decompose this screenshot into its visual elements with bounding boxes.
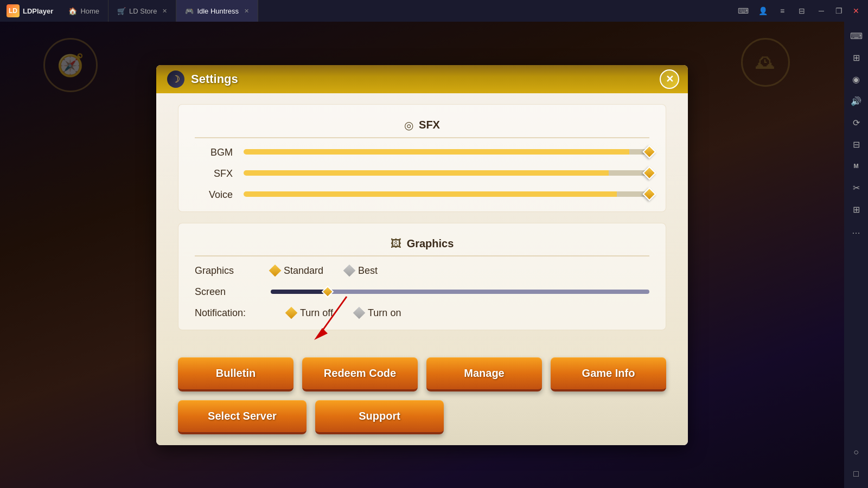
best-label: Best bbox=[358, 265, 378, 277]
sidebar-cut-icon[interactable]: ✂ bbox=[846, 178, 866, 197]
turn-on-label: Turn on bbox=[368, 307, 401, 319]
toolbar-btn-menu[interactable]: ≡ bbox=[775, 3, 790, 18]
settings-dialog: ☽ Settings ✕ ◎ SFX BGM bbox=[156, 65, 688, 445]
graphics-title: Graphics bbox=[407, 237, 454, 250]
bgm-thumb bbox=[642, 145, 656, 158]
bgm-track bbox=[244, 149, 649, 155]
redeem-code-button[interactable]: Redeem Code bbox=[302, 357, 418, 391]
graphics-options: Standard Best bbox=[271, 265, 649, 277]
sidebar-screenshot-icon[interactable]: ⊞ bbox=[846, 48, 866, 67]
right-sidebar: ⌨ ⊞ ◉ 🔊 ⟳ ⊟ M ✂ ⊞ … ○ □ bbox=[844, 22, 868, 488]
sfx-icon: ◎ bbox=[404, 119, 413, 132]
turnon-diamond bbox=[353, 307, 366, 319]
buttons-row-2: Select Server Support bbox=[178, 400, 666, 434]
notification-on-option[interactable]: Turn on bbox=[355, 307, 401, 319]
graphics-section: 🖼 Graphics Graphics Standard bbox=[178, 223, 666, 330]
tab-ldstore-close[interactable]: ✕ bbox=[162, 8, 167, 15]
svg-marker-1 bbox=[314, 328, 328, 340]
graphics-section-header: 🖼 Graphics bbox=[195, 232, 649, 256]
sfx-slider-row: SFX bbox=[195, 168, 649, 179]
notification-label: Notification: bbox=[195, 307, 276, 319]
graphics-icon: 🖼 bbox=[391, 237, 401, 250]
voice-label: Voice bbox=[195, 189, 233, 201]
buttons-row-1: Bulletin Redeem Code Manage Game Info bbox=[178, 357, 666, 391]
notification-off-option[interactable]: Turn off bbox=[287, 307, 333, 319]
tab-ldstore[interactable]: 🛒 LD Store ✕ bbox=[108, 0, 176, 22]
standard-diamond bbox=[269, 265, 282, 277]
sfx-slider[interactable] bbox=[244, 170, 649, 177]
minimize-button[interactable]: ─ bbox=[816, 5, 827, 16]
tab-ldstore-label: LD Store bbox=[129, 7, 157, 15]
quality-standard-option[interactable]: Standard bbox=[271, 265, 323, 277]
bgm-slider-row: BGM bbox=[195, 147, 649, 158]
idle-huntress-icon: 🎮 bbox=[185, 7, 194, 15]
ldstore-icon: 🛒 bbox=[117, 7, 126, 15]
sidebar-square-icon[interactable]: □ bbox=[846, 464, 866, 484]
tab-idle-huntress-label: Idle Huntress bbox=[197, 7, 239, 15]
notification-options: Turn off Turn on bbox=[287, 307, 649, 319]
app-logo: LD LDPlayer bbox=[0, 4, 60, 17]
voice-slider[interactable] bbox=[244, 191, 649, 198]
sidebar-volume-icon[interactable]: 🔊 bbox=[846, 91, 866, 111]
modal-overlay: ☽ Settings ✕ ◎ SFX BGM bbox=[0, 22, 844, 488]
sfx-title: SFX bbox=[419, 119, 440, 131]
bgm-label: BGM bbox=[195, 147, 233, 158]
quality-best-option[interactable]: Best bbox=[345, 265, 378, 277]
turn-off-label: Turn off bbox=[300, 307, 333, 319]
screen-slider-row: Screen bbox=[195, 286, 649, 298]
sidebar-multi-icon[interactable]: ⊞ bbox=[846, 200, 866, 219]
dialog-titlebar: ☽ Settings ✕ bbox=[156, 65, 688, 93]
sidebar-more-icon[interactable]: … bbox=[846, 221, 866, 241]
notification-row: Notification: Turn off Turn on bbox=[195, 307, 649, 319]
window-controls: ⌨ 👤 ≡ ⊟ ─ ❐ ✕ bbox=[729, 3, 868, 18]
turnoff-diamond bbox=[285, 307, 298, 319]
app-name: LDPlayer bbox=[23, 7, 53, 15]
spacer bbox=[452, 400, 666, 434]
sidebar-record-icon[interactable]: ◉ bbox=[846, 69, 866, 89]
titlebar: LD LDPlayer 🏠 Home 🛒 LD Store ✕ 🎮 Idle H… bbox=[0, 0, 868, 22]
red-arrow-annotation bbox=[282, 291, 390, 356]
voice-track bbox=[244, 191, 649, 197]
tab-home[interactable]: 🏠 Home bbox=[60, 0, 108, 22]
home-icon: 🏠 bbox=[68, 7, 77, 15]
dialog-content: ◎ SFX BGM SFX bbox=[156, 93, 688, 357]
tab-home-label: Home bbox=[80, 7, 99, 15]
sfx-track bbox=[244, 170, 649, 176]
sidebar-macro-icon[interactable]: M bbox=[846, 156, 866, 176]
support-button[interactable]: Support bbox=[315, 400, 444, 434]
tab-idle-huntress[interactable]: 🎮 Idle Huntress ✕ bbox=[176, 0, 258, 22]
screen-slider[interactable] bbox=[271, 286, 649, 297]
voice-slider-row: Voice bbox=[195, 189, 649, 201]
close-button[interactable]: ✕ bbox=[851, 5, 861, 16]
sidebar-circle-icon[interactable]: ○ bbox=[846, 442, 866, 462]
maximize-button[interactable]: ❐ bbox=[833, 5, 844, 16]
sfx-label: SFX bbox=[195, 168, 233, 179]
sidebar-rotate-icon[interactable]: ⟳ bbox=[846, 113, 866, 132]
screen-thumb bbox=[321, 286, 334, 298]
screen-label: Screen bbox=[195, 286, 260, 298]
graphics-quality-label: Graphics bbox=[195, 265, 260, 277]
dialog-title: Settings bbox=[191, 72, 238, 86]
audio-section: ◎ SFX BGM SFX bbox=[178, 104, 666, 212]
tab-bar: 🏠 Home 🛒 LD Store ✕ 🎮 Idle Huntress ✕ bbox=[60, 0, 729, 22]
game-area: 🧭 🕰 ☽ Settings ✕ ◎ SFX bbox=[0, 22, 844, 488]
select-server-button[interactable]: Select Server bbox=[178, 400, 307, 434]
voice-thumb bbox=[642, 187, 656, 201]
dialog-title-icon: ☽ bbox=[167, 70, 184, 88]
tab-idle-huntress-close[interactable]: ✕ bbox=[244, 8, 249, 15]
logo-icon: LD bbox=[7, 4, 20, 17]
toolbar-btn-1[interactable]: ⌨ bbox=[736, 3, 751, 18]
bgm-slider[interactable] bbox=[244, 149, 649, 156]
dialog-close-button[interactable]: ✕ bbox=[660, 69, 679, 89]
sidebar-layout-icon[interactable]: ⊟ bbox=[846, 134, 866, 154]
toolbar-btn-4[interactable]: ⊟ bbox=[794, 3, 809, 18]
best-diamond bbox=[343, 265, 356, 277]
game-info-button[interactable]: Game Info bbox=[551, 357, 666, 391]
standard-label: Standard bbox=[284, 265, 323, 277]
toolbar-btn-2[interactable]: 👤 bbox=[755, 3, 770, 18]
graphics-quality-row: Graphics Standard Best bbox=[195, 265, 649, 277]
sidebar-keyboard-icon[interactable]: ⌨ bbox=[846, 26, 866, 46]
manage-button[interactable]: Manage bbox=[426, 357, 542, 391]
bulletin-button[interactable]: Bulletin bbox=[178, 357, 293, 391]
bottom-buttons: Bulletin Redeem Code Manage Game Info Se… bbox=[156, 357, 688, 445]
